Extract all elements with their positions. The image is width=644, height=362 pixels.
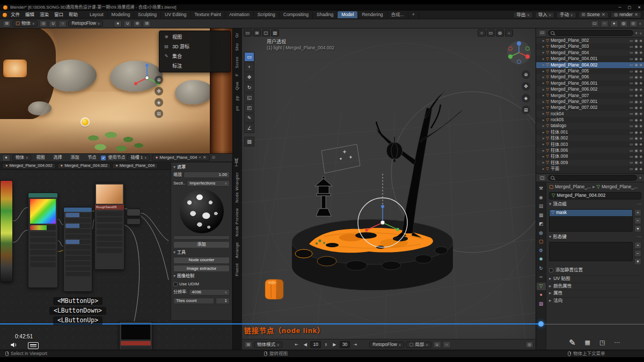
context-menu-item[interactable]: 视图 bbox=[159, 32, 230, 42]
image-extractor-button[interactable]: Image extractor bbox=[173, 265, 230, 272]
sidebar-tab[interactable]: Fluent bbox=[235, 263, 240, 276]
render-visibility-icon[interactable] bbox=[640, 142, 642, 146]
render-visibility-icon[interactable] bbox=[640, 75, 642, 79]
camera-view-icon[interactable] bbox=[155, 98, 163, 107]
outliner-row[interactable]: 柱体.003 bbox=[536, 142, 644, 147]
hide-icon[interactable] bbox=[635, 167, 638, 171]
vertex-groups-list[interactable]: mask bbox=[549, 209, 633, 232]
pan-hand-icon[interactable] bbox=[155, 87, 163, 95]
proportional-edit-icon[interactable] bbox=[443, 341, 451, 348]
render-visibility-icon[interactable] bbox=[640, 87, 642, 92]
filter-icon[interactable] bbox=[635, 30, 638, 35]
outliner-row[interactable]: 柱体.006 bbox=[536, 147, 644, 153]
outliner-row[interactable]: Merged_Plane_003 bbox=[536, 43, 644, 49]
resolution-dropdown[interactable]: 4096 bbox=[189, 289, 230, 295]
hide-icon[interactable] bbox=[635, 130, 638, 135]
chevron-down-icon[interactable] bbox=[639, 21, 641, 26]
context-menu-item[interactable]: 3D 游标 bbox=[159, 42, 230, 51]
workspace-tab[interactable]: Model bbox=[338, 11, 358, 18]
scene-selector[interactable]: Scene bbox=[579, 12, 609, 18]
checkbox[interactable] bbox=[549, 268, 553, 272]
select-box-tool[interactable] bbox=[244, 52, 254, 62]
annotate-pencil-icon[interactable] bbox=[569, 338, 576, 347]
outliner-row[interactable]: Merged_Plane_007 bbox=[536, 93, 644, 99]
keyboard-icon[interactable] bbox=[585, 339, 590, 346]
workspace-tab[interactable]: 合成... bbox=[387, 11, 408, 18]
properties-tab[interactable]: ⚒ bbox=[537, 185, 546, 193]
pan-hand-icon[interactable] bbox=[522, 82, 530, 91]
vertex-groups-section[interactable]: 顶点组 bbox=[549, 201, 641, 208]
hide-icon[interactable] bbox=[635, 63, 638, 67]
outliner-row[interactable]: Merged_Plane_007.002 bbox=[536, 105, 644, 110]
transform-orientation-icon[interactable] bbox=[39, 20, 47, 27]
value-node[interactable] bbox=[127, 218, 141, 225]
viewport-visibility-icon[interactable] bbox=[630, 160, 633, 165]
outliner-row[interactable]: Merged_Plane_006 bbox=[536, 74, 644, 80]
proportional-edit-icon[interactable] bbox=[58, 20, 67, 27]
hide-icon[interactable] bbox=[635, 87, 638, 92]
perspective-toggle-icon[interactable] bbox=[522, 106, 530, 114]
hide-icon[interactable] bbox=[635, 57, 638, 61]
navigation-gizmo[interactable] bbox=[507, 40, 531, 66]
workspace-tab[interactable]: Modeling bbox=[108, 11, 135, 18]
hide-icon[interactable] bbox=[635, 81, 638, 85]
camera-view-icon[interactable] bbox=[522, 94, 530, 102]
filter-icon[interactable] bbox=[639, 175, 642, 180]
transform-tool[interactable] bbox=[244, 103, 254, 113]
frame-start-field[interactable]: 10 bbox=[310, 341, 320, 348]
remove-item-button[interactable] bbox=[634, 250, 641, 257]
render-visibility-icon[interactable] bbox=[640, 69, 642, 73]
properties-tab[interactable]: ◍ bbox=[537, 230, 546, 237]
render-visibility-icon[interactable] bbox=[640, 106, 642, 110]
shader-type-dropdown[interactable]: 物体 bbox=[12, 154, 31, 161]
retopoflow-menu[interactable]: RetopoFlow bbox=[68, 20, 103, 27]
close-button[interactable]: ✕ bbox=[638, 5, 641, 10]
render-visibility-icon[interactable] bbox=[640, 136, 642, 141]
options-icon[interactable] bbox=[505, 29, 513, 36]
hide-icon[interactable] bbox=[635, 75, 638, 79]
properties-search-input[interactable] bbox=[548, 175, 637, 181]
render-visibility-icon[interactable] bbox=[640, 149, 642, 153]
viewport-visibility-icon[interactable] bbox=[630, 142, 633, 146]
expand-arrow-icon[interactable] bbox=[543, 149, 545, 153]
section-menu-icon[interactable] bbox=[637, 202, 642, 207]
render-preview-viewport[interactable]: 视图 3D 游标 集合 标注 bbox=[0, 28, 232, 153]
render-visibility-icon[interactable] bbox=[640, 39, 642, 43]
render-visibility-icon[interactable] bbox=[640, 167, 642, 171]
play-icon[interactable] bbox=[331, 341, 338, 348]
speaker-icon[interactable] bbox=[10, 341, 18, 350]
pin-icon[interactable] bbox=[212, 155, 216, 160]
jump-to-start-icon[interactable] bbox=[293, 341, 300, 348]
viewport-visibility-icon[interactable] bbox=[630, 167, 633, 171]
imperfections-dropdown[interactable]: Imperfections bbox=[187, 180, 230, 187]
expand-arrow-icon[interactable] bbox=[543, 160, 545, 165]
collapse-icon[interactable] bbox=[173, 165, 175, 169]
properties-section-collapsed[interactable]: UV 贴图 bbox=[549, 275, 641, 283]
viewport-visibility-icon[interactable] bbox=[630, 63, 633, 67]
xray-toggle-icon[interactable] bbox=[591, 20, 599, 27]
jump-to-end-icon[interactable] bbox=[352, 341, 358, 348]
hide-icon[interactable] bbox=[635, 45, 638, 49]
viewport-visibility-icon[interactable] bbox=[630, 81, 633, 85]
render-visibility-icon[interactable] bbox=[640, 93, 642, 98]
xray-icon[interactable] bbox=[487, 29, 495, 36]
hide-icon[interactable] bbox=[635, 154, 638, 159]
hide-icon[interactable] bbox=[635, 39, 638, 43]
mix-node[interactable] bbox=[63, 207, 92, 292]
expand-arrow-icon[interactable] bbox=[543, 100, 545, 104]
maximize-button[interactable]: ▢ bbox=[628, 5, 632, 10]
add-rest-position-row[interactable]: 添加静置位置 bbox=[549, 267, 641, 274]
menu-item[interactable]: 窗口 bbox=[52, 12, 66, 18]
hide-icon[interactable] bbox=[635, 160, 638, 165]
hide-icon[interactable] bbox=[635, 69, 638, 73]
interaction-mode-dropdown[interactable]: 物体模式 bbox=[254, 342, 282, 348]
menu-item[interactable]: 文件 bbox=[8, 12, 23, 18]
add-item-button[interactable] bbox=[634, 242, 641, 249]
hide-icon[interactable] bbox=[635, 136, 638, 141]
snap-magnet-icon[interactable] bbox=[49, 20, 57, 27]
orientation-dropdown[interactable]: 局部 bbox=[406, 342, 431, 348]
outliner-row[interactable]: Merged_Plane_004 bbox=[536, 50, 644, 56]
sidebar-tab[interactable]: Sho bbox=[235, 43, 240, 51]
viewport-visibility-icon[interactable] bbox=[630, 149, 633, 153]
collapse-icon[interactable] bbox=[173, 274, 175, 278]
